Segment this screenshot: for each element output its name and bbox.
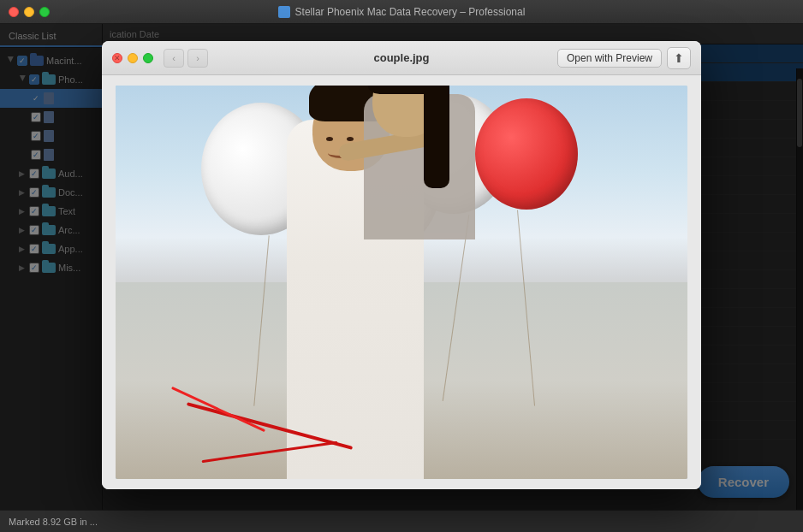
preview-nav: ‹ › xyxy=(164,49,208,68)
forward-arrow-icon: › xyxy=(196,53,199,63)
preview-forward-button[interactable]: › xyxy=(187,49,208,68)
close-button[interactable] xyxy=(9,7,19,17)
preview-close-button[interactable]: ✕ xyxy=(112,53,122,63)
share-button[interactable]: ⬆ xyxy=(667,47,691,69)
preview-traffic-lights: ✕ xyxy=(112,53,153,63)
maximize-button[interactable] xyxy=(39,7,50,17)
preview-back-button[interactable]: ‹ xyxy=(164,49,184,68)
minimize-button[interactable] xyxy=(24,7,34,17)
male-eye-right xyxy=(347,137,354,141)
preview-window: ✕ ‹ › couple.jpg Open with Preview ⬆ xyxy=(102,41,701,489)
couple-photo xyxy=(116,86,687,479)
title-bar: Stellar Phoenix Mac Data Recovery – Prof… xyxy=(0,0,803,24)
balloon-red xyxy=(475,98,578,210)
app-title: Stellar Phoenix Mac Data Recovery – Prof… xyxy=(278,6,526,18)
preview-image-container xyxy=(102,75,701,489)
status-text: Marked 8.92 GB in ... xyxy=(9,517,98,527)
modal-overlay: ✕ ‹ › couple.jpg Open with Preview ⬆ xyxy=(0,24,803,510)
preview-minimize-button[interactable] xyxy=(128,53,138,63)
male-eye-left xyxy=(326,137,333,141)
preview-actions: Open with Preview ⬆ xyxy=(557,47,691,69)
close-x-icon: ✕ xyxy=(114,54,121,62)
traffic-lights xyxy=(9,7,50,17)
title-text: Stellar Phoenix Mac Data Recovery – Prof… xyxy=(295,6,526,18)
preview-maximize-button[interactable] xyxy=(143,53,153,63)
open-with-preview-button[interactable]: Open with Preview xyxy=(557,49,662,68)
app-icon xyxy=(278,6,290,18)
preview-filename: couple.jpg xyxy=(374,51,430,64)
status-bar: Marked 8.92 GB in ... xyxy=(0,510,803,532)
female-hair-long xyxy=(424,86,449,188)
preview-titlebar: ✕ ‹ › couple.jpg Open with Preview ⬆ xyxy=(102,41,701,75)
back-arrow-icon: ‹ xyxy=(172,53,175,63)
share-icon: ⬆ xyxy=(674,51,684,65)
